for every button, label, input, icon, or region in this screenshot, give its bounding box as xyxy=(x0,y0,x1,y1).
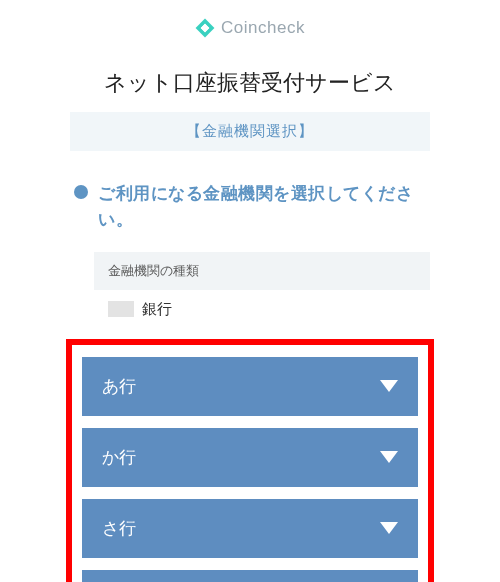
institution-type-text: 銀行 xyxy=(142,300,172,319)
bullet-icon xyxy=(74,185,88,199)
highlight-box: あ行 か行 さ行 た行 xyxy=(66,339,434,582)
chevron-down-icon xyxy=(380,451,398,463)
accordion-label: さ行 xyxy=(102,517,136,540)
chevron-down-icon xyxy=(380,522,398,534)
chevron-down-icon xyxy=(380,380,398,392)
accordion-label: あ行 xyxy=(102,375,136,398)
coincheck-logo-icon xyxy=(195,18,215,38)
accordion-label: か行 xyxy=(102,446,136,469)
section-header: 【金融機関選択】 xyxy=(70,112,430,151)
page-title: ネット口座振替受付サービス xyxy=(70,68,430,98)
institution-type-value: 銀行 xyxy=(94,290,430,331)
institution-type-label: 金融機関の種類 xyxy=(94,252,430,290)
instruction: ご利用になる金融機関を選択してください。 xyxy=(70,181,430,234)
instruction-text: ご利用になる金融機関を選択してください。 xyxy=(98,181,426,234)
brand-logo: Coincheck xyxy=(70,18,430,38)
accordion-row-ta[interactable]: た行 xyxy=(82,570,418,582)
accordion-row-sa[interactable]: さ行 xyxy=(82,499,418,558)
brand-name: Coincheck xyxy=(221,18,305,38)
accordion-row-ka[interactable]: か行 xyxy=(82,428,418,487)
accordion-row-a[interactable]: あ行 xyxy=(82,357,418,416)
redacted-swatch xyxy=(108,301,134,317)
